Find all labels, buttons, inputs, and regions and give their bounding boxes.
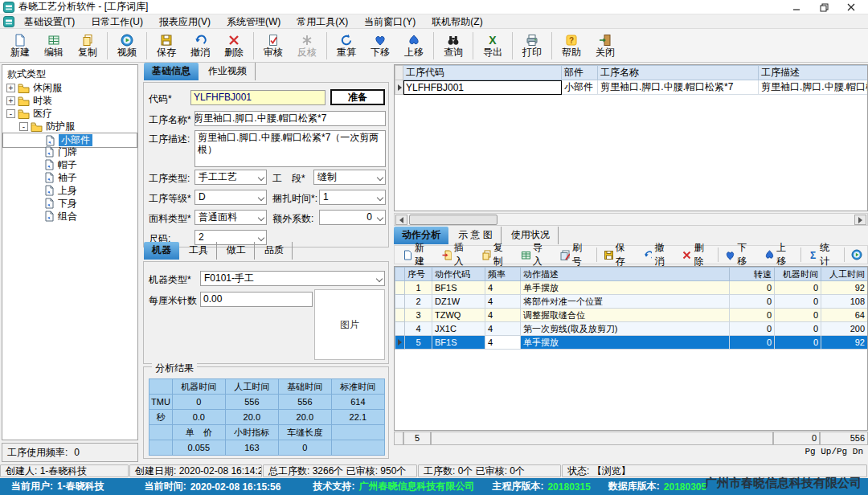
video-button[interactable]: 视频 [110, 30, 144, 62]
scroll-right-icon[interactable] [854, 215, 866, 225]
bundle-time-select[interactable]: 1 [319, 190, 386, 205]
undo-button[interactable]: 撤消 [183, 30, 217, 62]
tree-item-door-tag[interactable]: 门牌 [2, 145, 137, 158]
tab-basic-info[interactable]: 基础信息 [144, 63, 199, 80]
col-process-desc[interactable]: 工序描述 [759, 66, 868, 80]
menu-report-apps[interactable]: 报表应用(V) [151, 14, 219, 29]
move-up-button[interactable]: 上移 [397, 30, 431, 62]
tree-item-casual[interactable]: + 休闲服 [2, 81, 137, 94]
action-video-button[interactable] [846, 248, 867, 262]
col-process-code[interactable]: 工序代码 [403, 66, 562, 80]
tab-tool[interactable]: 工具 [181, 242, 217, 260]
copy-button[interactable]: 复制 [71, 30, 104, 62]
usage-frequency-box: 工序使用频率: 0 [2, 443, 138, 462]
detail-panel: 基础信息 作业视频 代码* YLFHFBJ001 准备 工序名称* 剪里袖口.脚… [141, 63, 391, 462]
tree-item-protective-suit[interactable]: - 防护服 [2, 120, 137, 133]
action-table-area: 序号 动作代码 频率 动作描述 转速 机器时间 人工时间 1 BF1S 4 单手… [394, 266, 868, 431]
tree-item-hat[interactable]: 帽子 [2, 158, 137, 171]
scroll-left-icon[interactable] [395, 215, 407, 225]
expand-icon[interactable]: + [6, 84, 15, 92]
process-type-select[interactable]: 手工工艺 [194, 170, 267, 185]
machine-type-select[interactable]: F0101-手工 [200, 271, 385, 286]
ready-button[interactable]: 准备 [330, 89, 385, 105]
process-code-cell[interactable]: YLFHFBJ001 [403, 80, 562, 95]
toolbar-separator [473, 32, 473, 59]
move-down-button[interactable]: 下移 [363, 30, 397, 62]
svg-text:X: X [489, 34, 497, 47]
col-action-desc[interactable]: 动作描述 [521, 268, 730, 281]
delete-button[interactable]: 删除 [217, 30, 251, 62]
col-process-name[interactable]: 工序名称 [598, 66, 759, 80]
current-time-value: 2020-02-08 16:15:56 [190, 481, 281, 493]
tab-work-video[interactable]: 作业视频 [200, 63, 256, 80]
col-action-code[interactable]: 动作代码 [432, 268, 485, 281]
current-user-label: 当前用户: [11, 480, 53, 493]
toolbar-separator [512, 32, 513, 59]
toolbar-separator [253, 32, 254, 59]
col-frequency[interactable]: 频率 [485, 268, 521, 281]
audit-button[interactable]: 审核 [256, 30, 290, 62]
export-button[interactable]: X 导出 [476, 30, 510, 62]
col-machine-time[interactable]: 机器时间 [775, 268, 821, 281]
current-row-marker [395, 336, 405, 350]
db-version-value: 20180305 [664, 481, 706, 493]
tree-item-lower-body[interactable]: 下身 [2, 197, 137, 210]
col-base-time: 基础时间 [278, 379, 331, 395]
process-count-status: 工序数: 0个 已审核: 0个 [418, 464, 561, 477]
menu-online-help[interactable]: 联机帮助(Z) [424, 14, 490, 29]
stitch-density-label: 每厘米针数 [149, 294, 197, 308]
process-name-input[interactable]: 剪里袖口.脚口.中腰.帽口松紧*7 [194, 111, 386, 126]
tab-workmanship[interactable]: 做工 [219, 242, 255, 260]
recalc-button[interactable]: 重算 [330, 30, 363, 62]
process-desc-textarea[interactable]: 剪里袖口.脚口.中腰.帽口松紧*7（一次剪两根） [194, 130, 386, 167]
new-button[interactable]: 新建 [3, 30, 37, 62]
stitch-density-input[interactable]: 0.00 [200, 292, 313, 307]
restore-icon[interactable] [810, 0, 837, 14]
code-input[interactable]: YLFHFBJ001 [190, 90, 326, 105]
frequency-edit-cell[interactable]: 4 [485, 336, 521, 350]
tab-machine[interactable]: 机器 [144, 242, 179, 260]
chevron-down-icon [377, 215, 383, 221]
tree-item-combination[interactable]: 组合 [2, 210, 137, 223]
collapse-icon[interactable]: - [19, 122, 28, 131]
menu-basic-settings[interactable]: 基础设置(T) [16, 14, 83, 29]
expand-icon[interactable]: + [6, 96, 15, 105]
scrollbar-thumb[interactable] [409, 215, 497, 225]
menu-system-mgmt[interactable]: 系统管理(W) [219, 14, 289, 29]
col-seq[interactable]: 序号 [405, 268, 432, 281]
menu-common-tools[interactable]: 常用工具(X) [289, 14, 356, 29]
edit-button[interactable]: 编辑 [37, 30, 71, 62]
tree-item-fashion[interactable]: + 时装 [2, 94, 137, 107]
unaudit-icon [301, 34, 313, 47]
col-part[interactable]: 部件 [562, 66, 598, 80]
toolbar-separator [718, 248, 719, 262]
menu-current-window[interactable]: 当前窗口(Y) [356, 14, 424, 29]
table-row: TMU 0 556 556 614 [149, 395, 385, 410]
fabric-type-select[interactable]: 普通面料 [194, 210, 267, 225]
collapse-icon[interactable]: - [6, 109, 15, 118]
grade-select[interactable]: D [194, 190, 267, 205]
close-module-button[interactable]: 关闭 [588, 30, 622, 62]
col-labor-time[interactable]: 人工时间 [821, 268, 868, 281]
minimize-icon[interactable] [783, 0, 810, 14]
horizontal-scrollbar[interactable] [394, 213, 868, 226]
delete-icon [227, 34, 240, 47]
close-icon[interactable] [837, 0, 865, 14]
print-button[interactable]: 打印 [515, 30, 549, 62]
extra-factor-select[interactable]: 0 [319, 210, 386, 225]
document-icon [44, 172, 55, 183]
save-button[interactable]: 保存 [149, 30, 183, 62]
folder-icon [18, 108, 30, 119]
process-type-label: 工序类型: [149, 172, 190, 186]
tab-quality[interactable]: 品质 [256, 242, 293, 260]
table-row: 1 BF1S 4 单手摆放 0 0 92 [395, 281, 868, 295]
video-icon [851, 249, 862, 260]
search-button[interactable]: 查询 [436, 30, 470, 62]
col-speed[interactable]: 转速 [730, 268, 775, 281]
tree-item-upper-body[interactable]: 上身 [2, 184, 137, 197]
tree-item-sleeve[interactable]: 袖子 [2, 171, 137, 184]
tree-item-medical[interactable]: - 医疗 [2, 107, 137, 120]
help-button[interactable]: ? 帮助 [555, 30, 588, 62]
stage-select[interactable]: 缝制 [313, 170, 386, 185]
menu-daily-work[interactable]: 日常工作(U) [83, 14, 151, 29]
